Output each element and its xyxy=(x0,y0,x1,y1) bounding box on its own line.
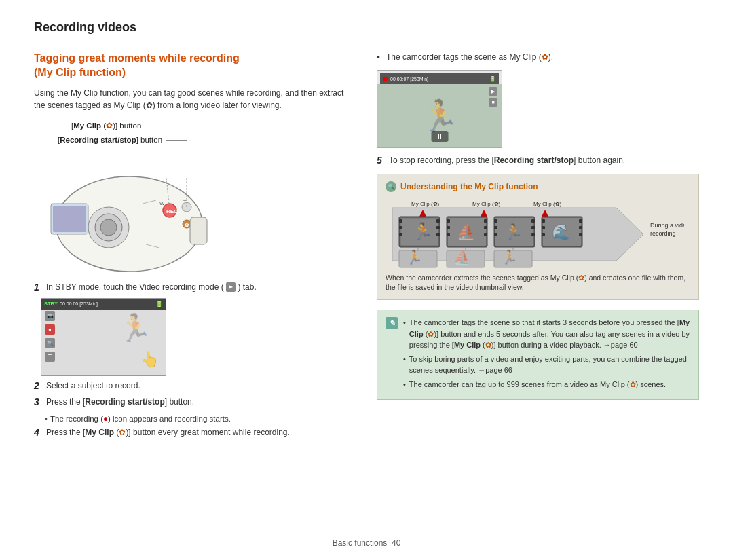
page: Recording videos Tagging great moments w… xyxy=(0,0,733,560)
understanding-icon: 🔍 xyxy=(386,181,396,192)
camera-section: [My Clip (✿)] button [Recording start/st… xyxy=(34,121,356,275)
stby-topbar: STBY 00:00:00 [253Min] 🔋 xyxy=(41,299,166,310)
understanding-desc: When the camcorder extracts the scenes t… xyxy=(386,273,690,293)
stby-icon-2: ● xyxy=(45,324,55,335)
svg-text:T: T xyxy=(183,199,187,205)
step-4: 4 Press the [My Clip (✿)] button every g… xyxy=(34,427,356,438)
svg-rect-40 xyxy=(484,219,487,223)
svg-text:My Clip (✿): My Clip (✿) xyxy=(472,201,501,207)
rec-icon-2: ■ xyxy=(489,98,497,107)
understanding-title: 🔍 Understanding the My Clip function xyxy=(386,181,690,192)
svg-text:🏃: 🏃 xyxy=(501,249,518,265)
svg-rect-28 xyxy=(399,219,402,223)
svg-rect-42 xyxy=(484,233,487,236)
svg-text:✿: ✿ xyxy=(185,222,189,228)
svg-rect-49 xyxy=(531,219,535,223)
svg-rect-33 xyxy=(436,233,440,236)
svg-text:My Clip (✿): My Clip (✿) xyxy=(533,201,562,207)
touch-hand: 👆 xyxy=(140,351,159,369)
svg-rect-59 xyxy=(579,226,582,229)
rec-dot xyxy=(383,77,388,81)
note-items: • The camcorder tags the scene so that i… xyxy=(403,317,690,392)
svg-rect-30 xyxy=(399,233,402,236)
note-item-2: • To skip boring parts of a video and en… xyxy=(403,354,690,376)
camera-diagram: REC W T ✿ xyxy=(41,156,217,275)
svg-rect-47 xyxy=(494,226,497,229)
right-bullet-1: • The camcorder tags the scene as My Cli… xyxy=(377,52,699,63)
svg-rect-46 xyxy=(494,219,497,223)
rec-figure: 🏃 xyxy=(421,98,459,134)
svg-point-3 xyxy=(100,219,117,236)
stby-icon-3: 🔍 xyxy=(45,338,55,348)
svg-text:🏃: 🏃 xyxy=(504,223,523,241)
svg-text:REC: REC xyxy=(166,208,178,214)
section-title: Tagging great moments while recording(My… xyxy=(34,52,356,80)
stby-icons: 📷 ● 🔍 ☰ xyxy=(45,311,55,362)
page-title: Recording videos xyxy=(34,20,699,35)
svg-rect-38 xyxy=(447,226,450,229)
step-3: 3 Press the [Recording start/stop] butto… xyxy=(34,396,356,408)
page-footer: Basic functions 40 xyxy=(0,538,733,548)
rec-topbar: 00:00:07 [253Min] 🔋 xyxy=(380,73,499,84)
rec-icons-right: ▶ ■ xyxy=(489,87,497,107)
svg-rect-50 xyxy=(531,226,535,229)
svg-rect-31 xyxy=(436,219,440,223)
note-content: ✎ • The camcorder tags the scene so that… xyxy=(386,317,690,392)
pause-button[interactable]: ⏸ xyxy=(431,131,448,142)
svg-text:⛵: ⛵ xyxy=(453,249,470,265)
svg-text:🏃: 🏃 xyxy=(413,221,433,241)
stby-screen: STBY 00:00:00 [253Min] 🔋 📷 ● 🔍 ☰ 🏃 👆 xyxy=(41,298,166,376)
svg-rect-37 xyxy=(447,219,450,223)
left-column: Tagging great moments while recording(My… xyxy=(34,52,356,443)
svg-rect-55 xyxy=(542,219,545,223)
content-area: Tagging great moments while recording(My… xyxy=(34,52,699,443)
svg-rect-48 xyxy=(494,233,497,236)
understanding-box: 🔍 Understanding the My Clip function My … xyxy=(377,174,699,300)
myclip-button-label: [My Clip (✿)] button xyxy=(71,121,183,130)
note-item-3: • The camcorder can tag up to 999 scenes… xyxy=(403,379,690,390)
note-item-1: • The camcorder tags the scene so that i… xyxy=(403,317,690,351)
record-button-label: [Recording start/stop] button xyxy=(58,136,187,144)
svg-rect-5 xyxy=(53,206,86,232)
note-box: ✎ • The camcorder tags the scene so that… xyxy=(377,310,699,400)
right-column: • The camcorder tags the scene as My Cli… xyxy=(377,52,699,443)
svg-rect-60 xyxy=(579,233,582,236)
svg-rect-58 xyxy=(579,219,582,223)
intro-text: Using the My Clip function, you can tag … xyxy=(34,87,356,111)
svg-rect-56 xyxy=(542,226,545,229)
svg-text:W: W xyxy=(159,200,165,206)
svg-rect-32 xyxy=(436,226,440,229)
step-3-bullet: • The recording (●) icon appears and rec… xyxy=(45,413,356,424)
filmstrip-container: My Clip (✿) My Clip (✿) My Clip (✿) xyxy=(386,198,690,273)
footer-page: 40 xyxy=(392,538,400,548)
note-icon: ✎ xyxy=(386,317,398,329)
filmstrip-svg: My Clip (✿) My Clip (✿) My Clip (✿) xyxy=(386,198,684,271)
stby-figure: 🏃 xyxy=(118,312,152,344)
svg-rect-39 xyxy=(447,233,450,236)
svg-text:⛵: ⛵ xyxy=(457,223,476,241)
svg-rect-41 xyxy=(484,226,487,229)
svg-text:🏃: 🏃 xyxy=(406,249,423,265)
rec-icon-1: ▶ xyxy=(489,87,497,96)
svg-text:My Clip (✿): My Clip (✿) xyxy=(411,201,440,207)
svg-text:🌊: 🌊 xyxy=(552,223,571,241)
svg-text:recording: recording xyxy=(650,230,676,237)
page-header: Recording videos xyxy=(34,20,699,39)
footer-text: Basic functions xyxy=(333,538,388,548)
step-2: 2 Select a subject to record. xyxy=(34,380,356,392)
svg-rect-13 xyxy=(190,217,207,244)
step-1: 1 In STBY mode, touch the Video recordin… xyxy=(34,282,356,293)
stby-icon-1: 📷 xyxy=(45,311,55,321)
stby-icon-4: ☰ xyxy=(45,352,55,362)
svg-text:During a video: During a video xyxy=(650,222,684,229)
step-5: 5 To stop recording, press the [Recordin… xyxy=(377,155,699,166)
svg-rect-57 xyxy=(542,233,545,236)
svg-rect-29 xyxy=(399,226,402,229)
svg-rect-51 xyxy=(531,233,535,236)
rec-screen: 00:00:07 [253Min] 🔋 🏃 ▶ ■ ⏸ xyxy=(377,70,502,148)
